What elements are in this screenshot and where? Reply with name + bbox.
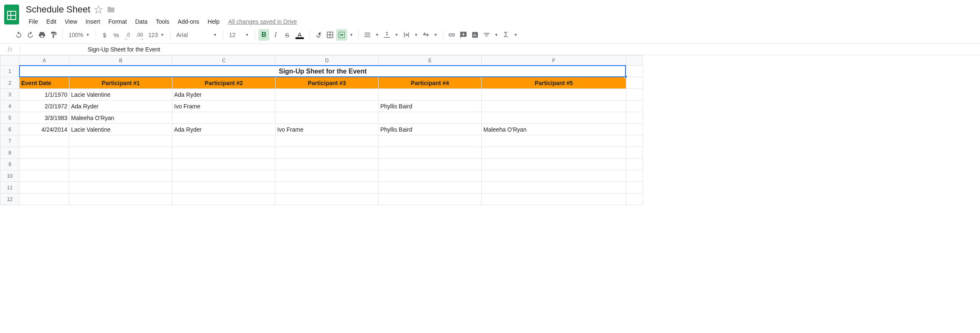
cell[interactable] <box>626 100 643 112</box>
cell[interactable] <box>626 135 643 147</box>
horizontal-align-button[interactable] <box>362 29 373 41</box>
redo-button[interactable] <box>25 29 36 41</box>
star-icon[interactable] <box>94 5 103 14</box>
undo-button[interactable] <box>13 29 24 41</box>
merge-cells-button[interactable] <box>336 29 347 41</box>
filter-dropdown-icon[interactable]: ▼ <box>493 33 500 37</box>
cell[interactable]: 1/1/1970 <box>20 89 69 100</box>
insert-comment-button[interactable] <box>458 29 469 41</box>
cell[interactable] <box>379 182 482 193</box>
cell[interactable] <box>20 147 69 159</box>
cell[interactable] <box>379 112 482 124</box>
cell[interactable] <box>379 159 482 170</box>
cell[interactable] <box>482 135 626 147</box>
font-dropdown[interactable]: Arial▼ <box>174 29 219 41</box>
cell[interactable] <box>172 170 276 182</box>
row-header-11[interactable]: 11 <box>0 182 20 193</box>
row-header-7[interactable]: 7 <box>0 135 20 147</box>
cell[interactable]: Phyllis Baird <box>379 124 482 135</box>
cell[interactable] <box>626 182 643 193</box>
cell[interactable] <box>379 170 482 182</box>
currency-button[interactable]: $ <box>99 29 110 41</box>
cell[interactable] <box>482 193 626 205</box>
cell[interactable] <box>20 182 69 193</box>
cell[interactable] <box>626 170 643 182</box>
cell[interactable] <box>379 135 482 147</box>
col-header-b[interactable]: B <box>69 56 172 66</box>
cell[interactable]: 4/24/2014 <box>20 124 69 135</box>
formula-input[interactable] <box>20 44 980 55</box>
text-rotation-button[interactable] <box>421 29 431 41</box>
sheets-logo[interactable] <box>3 3 20 26</box>
col-header-e[interactable]: E <box>379 56 482 66</box>
cell-header-p1[interactable]: Participant #1 <box>69 77 172 89</box>
print-button[interactable] <box>37 29 47 41</box>
menu-addons[interactable]: Add-ons <box>174 17 203 27</box>
cell[interactable] <box>20 170 69 182</box>
strikethrough-button[interactable]: S <box>282 29 293 41</box>
cell[interactable] <box>276 135 379 147</box>
cell[interactable] <box>482 147 626 159</box>
menu-tools[interactable]: Tools <box>152 17 173 27</box>
cell[interactable]: Phyllis Baird <box>379 100 482 112</box>
cell[interactable] <box>626 159 643 170</box>
bold-button[interactable]: B <box>259 29 269 41</box>
text-color-button[interactable]: A <box>293 29 306 41</box>
cell[interactable] <box>626 124 643 135</box>
row-header-9[interactable]: 9 <box>0 159 20 170</box>
font-size-dropdown[interactable]: 12▼ <box>227 29 251 41</box>
cell[interactable] <box>626 77 643 89</box>
cell[interactable] <box>172 193 276 205</box>
merge-dropdown-icon[interactable]: ▼ <box>348 33 355 37</box>
cell[interactable] <box>276 112 379 124</box>
cell[interactable] <box>69 147 172 159</box>
cell[interactable] <box>276 170 379 182</box>
cell[interactable] <box>482 170 626 182</box>
cell-header-p3[interactable]: Participant #3 <box>276 77 379 89</box>
cell[interactable] <box>276 182 379 193</box>
cell-title[interactable]: Sign-Up Sheet for the Event <box>20 66 626 77</box>
cell[interactable] <box>69 159 172 170</box>
menu-data[interactable]: Data <box>131 17 151 27</box>
decrease-decimal-button[interactable]: .0← <box>123 29 133 41</box>
paint-format-button[interactable] <box>48 29 59 41</box>
filter-button[interactable] <box>481 29 492 41</box>
cell[interactable] <box>482 182 626 193</box>
cell[interactable] <box>626 193 643 205</box>
row-header-10[interactable]: 10 <box>0 170 20 182</box>
italic-button[interactable]: I <box>270 29 281 41</box>
menu-edit[interactable]: Edit <box>43 17 60 27</box>
saved-status[interactable]: All changes saved in Drive <box>224 17 301 27</box>
cell[interactable] <box>276 100 379 112</box>
cell[interactable]: Maleeha O'Ryan <box>69 112 172 124</box>
more-formats-dropdown[interactable]: 123▼ <box>146 29 167 41</box>
cell[interactable]: Ivo Frame <box>276 124 379 135</box>
cell[interactable] <box>69 170 172 182</box>
row-header-2[interactable]: 2 <box>0 77 20 89</box>
cell[interactable]: 3/3/1983 <box>20 112 69 124</box>
col-header-extra[interactable] <box>626 56 643 66</box>
row-header-3[interactable]: 3 <box>0 89 20 100</box>
col-header-f[interactable]: F <box>482 56 626 66</box>
cell[interactable]: Ada Ryder <box>172 89 276 100</box>
cell[interactable]: 2/2/1972 <box>20 100 69 112</box>
cell[interactable] <box>626 147 643 159</box>
insert-link-button[interactable] <box>446 29 457 41</box>
row-header-6[interactable]: 6 <box>0 124 20 135</box>
row-header-5[interactable]: 5 <box>0 112 20 124</box>
cell[interactable] <box>482 159 626 170</box>
cell[interactable] <box>20 193 69 205</box>
col-header-d[interactable]: D <box>276 56 379 66</box>
cell[interactable] <box>626 66 643 77</box>
cell-header-p2[interactable]: Participant #2 <box>172 77 276 89</box>
menu-format[interactable]: Format <box>105 17 131 27</box>
vertical-align-button[interactable] <box>382 29 392 41</box>
cell[interactable] <box>276 89 379 100</box>
cell[interactable] <box>69 182 172 193</box>
functions-button[interactable]: Σ <box>501 29 512 41</box>
cell-header-date[interactable]: Event Date <box>20 77 69 89</box>
cell[interactable] <box>379 193 482 205</box>
cell[interactable]: Maleeha O'Ryan <box>482 124 626 135</box>
menu-file[interactable]: File <box>25 17 42 27</box>
cell[interactable] <box>482 89 626 100</box>
